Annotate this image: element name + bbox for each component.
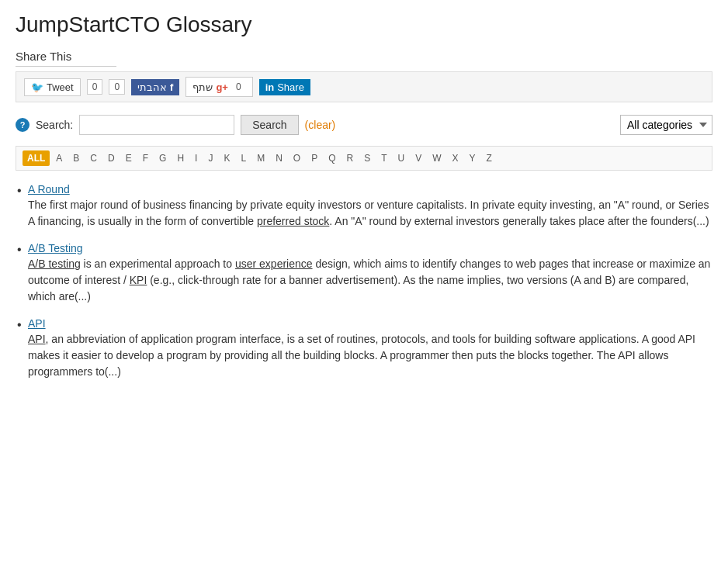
inline-link[interactable]: KPI bbox=[130, 274, 147, 286]
alpha-item-w[interactable]: W bbox=[428, 150, 445, 166]
inline-link[interactable]: A/B testing bbox=[28, 258, 81, 270]
alpha-item-s[interactable]: S bbox=[359, 150, 375, 166]
googleplus-icon: g+ bbox=[216, 81, 228, 93]
glossary-description: The first major round of business financ… bbox=[28, 197, 712, 230]
search-button[interactable]: Search bbox=[241, 115, 298, 135]
tweet-label: Tweet bbox=[47, 81, 74, 93]
alpha-item-m[interactable]: M bbox=[252, 150, 269, 166]
clear-link[interactable]: (clear) bbox=[305, 119, 336, 131]
glossary-item: APIAPI, an abbreviation of application p… bbox=[16, 317, 712, 380]
search-section: ? Search: Search (clear) All categories … bbox=[16, 115, 712, 135]
alpha-item-p[interactable]: P bbox=[307, 150, 322, 166]
alpha-item-q[interactable]: Q bbox=[324, 150, 340, 166]
alpha-item-i[interactable]: I bbox=[190, 150, 202, 166]
alpha-item-g[interactable]: G bbox=[154, 150, 171, 166]
alpha-item-f[interactable]: F bbox=[138, 150, 153, 166]
alpha-item-x[interactable]: X bbox=[448, 150, 463, 166]
alpha-item-j[interactable]: J bbox=[203, 150, 217, 166]
googleplus-button[interactable]: שתף g+ 0 bbox=[185, 77, 252, 97]
alpha-item-n[interactable]: N bbox=[271, 150, 287, 166]
glossary-item: A/B TestingA/B testing is an experimenta… bbox=[16, 242, 712, 305]
facebook-label: אהבתי bbox=[137, 81, 167, 93]
glossary-term[interactable]: A Round bbox=[28, 183, 70, 195]
share-label: Share This bbox=[16, 50, 116, 67]
alpha-item-t[interactable]: T bbox=[376, 150, 391, 166]
facebook-button[interactable]: אהבתי f bbox=[131, 79, 179, 95]
alpha-item-u[interactable]: U bbox=[393, 150, 410, 166]
alpha-item-l[interactable]: L bbox=[236, 150, 251, 166]
googleplus-label: שתף bbox=[192, 81, 213, 93]
search-help-icon[interactable]: ? bbox=[16, 118, 29, 132]
inline-link[interactable]: API bbox=[28, 333, 46, 345]
alpha-item-d[interactable]: D bbox=[103, 150, 120, 166]
alpha-item-c[interactable]: C bbox=[85, 150, 102, 166]
share-section: Share This 🐦 Tweet 0 0 אהבתי f שתף g+ 0 … bbox=[16, 50, 712, 102]
facebook-icon: f bbox=[170, 81, 173, 93]
linkedin-icon: in bbox=[265, 81, 275, 93]
page-title: JumpStartCTO Glossary bbox=[16, 12, 712, 37]
alpha-item-h[interactable]: H bbox=[172, 150, 189, 166]
alpha-item-a[interactable]: A bbox=[51, 150, 67, 166]
alpha-item-all[interactable]: ALL bbox=[23, 150, 50, 166]
glossary-term[interactable]: API bbox=[28, 317, 46, 330]
alpha-item-o[interactable]: O bbox=[289, 150, 305, 166]
tweet-count: 0 bbox=[87, 79, 103, 95]
alpha-item-y[interactable]: Y bbox=[465, 150, 480, 166]
category-select[interactable]: All categories Category A Category B bbox=[620, 115, 712, 135]
glossary-description: API, an abbreviation of application prog… bbox=[28, 331, 712, 380]
alpha-item-z[interactable]: Z bbox=[482, 150, 497, 166]
share-buttons-bar: 🐦 Tweet 0 0 אהבתי f שתף g+ 0 in Share bbox=[16, 71, 712, 102]
alpha-item-e[interactable]: E bbox=[121, 150, 137, 166]
facebook-count: 0 bbox=[109, 79, 125, 95]
glossary-item: A RoundThe first major round of business… bbox=[16, 183, 712, 230]
glossary-list: A RoundThe first major round of business… bbox=[16, 183, 712, 380]
alpha-item-b[interactable]: B bbox=[68, 150, 84, 166]
tweet-button[interactable]: 🐦 Tweet bbox=[24, 78, 81, 96]
alpha-item-k[interactable]: K bbox=[219, 150, 234, 166]
inline-link[interactable]: user experience bbox=[235, 258, 313, 270]
alphabet-nav: ALLABCDEFGHIJKLMNOPQRSTUVWXYZ bbox=[16, 146, 712, 171]
search-label: Search: bbox=[36, 119, 73, 131]
linkedin-button[interactable]: in Share bbox=[259, 79, 310, 95]
search-input[interactable] bbox=[79, 115, 234, 135]
inline-link[interactable]: preferred stock bbox=[257, 215, 329, 227]
twitter-icon: 🐦 bbox=[31, 81, 43, 93]
glossary-term[interactable]: A/B Testing bbox=[28, 242, 83, 254]
googleplus-count: 0 bbox=[231, 80, 246, 94]
alpha-item-v[interactable]: V bbox=[411, 150, 426, 166]
glossary-description: A/B testing is an experimental approach … bbox=[28, 256, 712, 305]
alpha-item-r[interactable]: R bbox=[342, 150, 359, 166]
linkedin-label: Share bbox=[277, 81, 304, 93]
